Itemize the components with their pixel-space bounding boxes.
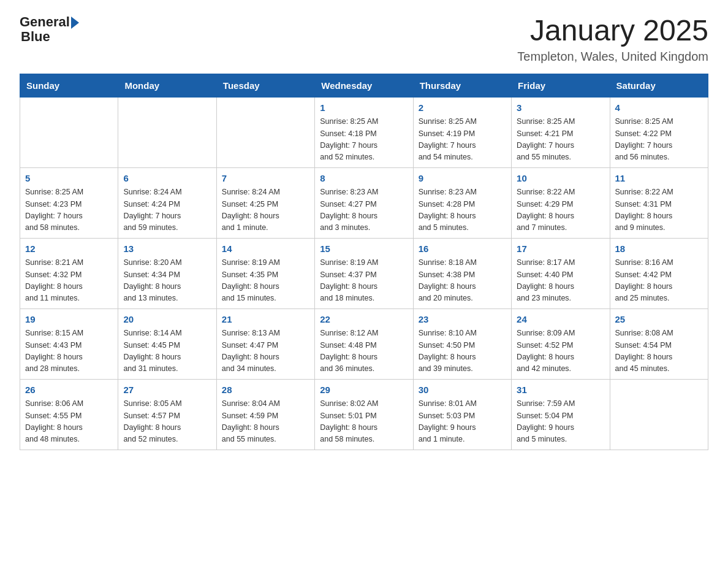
day-number: 19 (25, 313, 113, 327)
calendar-cell: 24Sunrise: 8:09 AMSunset: 4:52 PMDayligh… (512, 308, 610, 379)
day-info: Sunrise: 8:13 AMSunset: 4:47 PMDaylight:… (222, 327, 309, 375)
day-info: Sunrise: 8:25 AMSunset: 4:23 PMDaylight:… (25, 186, 113, 234)
day-info: Sunrise: 8:23 AMSunset: 4:28 PMDaylight:… (419, 186, 506, 234)
day-info: Sunrise: 8:24 AMSunset: 4:25 PMDaylight:… (222, 186, 309, 234)
day-info: Sunrise: 8:25 AMSunset: 4:22 PMDaylight:… (615, 116, 703, 164)
day-number: 22 (320, 313, 408, 327)
day-info: Sunrise: 8:24 AMSunset: 4:24 PMDaylight:… (123, 186, 211, 234)
day-info: Sunrise: 8:23 AMSunset: 4:27 PMDaylight:… (320, 186, 408, 234)
calendar-cell: 14Sunrise: 8:19 AMSunset: 4:35 PMDayligh… (216, 238, 314, 308)
month-title: January 2025 (517, 15, 708, 47)
calendar-cell: 4Sunrise: 8:25 AMSunset: 4:22 PMDaylight… (610, 97, 708, 167)
day-info: Sunrise: 8:01 AMSunset: 5:03 PMDaylight:… (419, 398, 506, 446)
calendar-cell: 17Sunrise: 8:17 AMSunset: 4:40 PMDayligh… (512, 238, 610, 308)
day-number: 5 (25, 172, 113, 186)
day-of-week-header: Wednesday (315, 74, 413, 97)
calendar-cell: 16Sunrise: 8:18 AMSunset: 4:38 PMDayligh… (413, 238, 511, 308)
day-number: 4 (615, 101, 703, 115)
day-number: 29 (320, 383, 408, 397)
day-info: Sunrise: 8:25 AMSunset: 4:19 PMDaylight:… (419, 116, 506, 164)
day-number: 31 (517, 383, 604, 397)
day-number: 27 (123, 383, 211, 397)
logo: General Blue (20, 15, 79, 44)
day-of-week-header: Tuesday (216, 74, 314, 97)
day-info: Sunrise: 8:16 AMSunset: 4:42 PMDaylight:… (615, 257, 703, 305)
calendar-cell: 10Sunrise: 8:22 AMSunset: 4:29 PMDayligh… (512, 167, 610, 238)
calendar-cell: 13Sunrise: 8:20 AMSunset: 4:34 PMDayligh… (118, 238, 216, 308)
calendar-cell: 22Sunrise: 8:12 AMSunset: 4:48 PMDayligh… (315, 308, 413, 379)
calendar-week-row: 26Sunrise: 8:06 AMSunset: 4:55 PMDayligh… (20, 379, 708, 450)
day-number: 15 (320, 242, 408, 256)
calendar-cell: 7Sunrise: 8:24 AMSunset: 4:25 PMDaylight… (216, 167, 314, 238)
day-info: Sunrise: 8:05 AMSunset: 4:57 PMDaylight:… (123, 398, 211, 446)
day-of-week-header: Saturday (610, 74, 708, 97)
calendar-cell: 25Sunrise: 8:08 AMSunset: 4:54 PMDayligh… (610, 308, 708, 379)
calendar-cell: 11Sunrise: 8:22 AMSunset: 4:31 PMDayligh… (610, 167, 708, 238)
location: Templeton, Wales, United Kingdom (517, 50, 708, 64)
calendar-header-row: SundayMondayTuesdayWednesdayThursdayFrid… (20, 74, 708, 97)
day-info: Sunrise: 7:59 AMSunset: 5:04 PMDaylight:… (517, 398, 604, 446)
day-number: 2 (419, 101, 506, 115)
calendar-cell: 20Sunrise: 8:14 AMSunset: 4:45 PMDayligh… (118, 308, 216, 379)
day-info: Sunrise: 8:21 AMSunset: 4:32 PMDaylight:… (25, 257, 113, 305)
day-number: 3 (517, 101, 604, 115)
day-info: Sunrise: 8:06 AMSunset: 4:55 PMDaylight:… (25, 398, 113, 446)
day-info: Sunrise: 8:04 AMSunset: 4:59 PMDaylight:… (222, 398, 309, 446)
calendar-cell: 5Sunrise: 8:25 AMSunset: 4:23 PMDaylight… (20, 167, 118, 238)
calendar-cell: 3Sunrise: 8:25 AMSunset: 4:21 PMDaylight… (512, 97, 610, 167)
day-info: Sunrise: 8:12 AMSunset: 4:48 PMDaylight:… (320, 327, 408, 375)
calendar-cell (118, 97, 216, 167)
day-number: 30 (419, 383, 506, 397)
calendar-week-row: 19Sunrise: 8:15 AMSunset: 4:43 PMDayligh… (20, 308, 708, 379)
title-block: January 2025 Templeton, Wales, United Ki… (517, 15, 708, 64)
day-of-week-header: Friday (512, 74, 610, 97)
calendar-cell: 26Sunrise: 8:06 AMSunset: 4:55 PMDayligh… (20, 379, 118, 450)
day-number: 13 (123, 242, 211, 256)
day-info: Sunrise: 8:19 AMSunset: 4:35 PMDaylight:… (222, 257, 309, 305)
day-number: 6 (123, 172, 211, 186)
day-info: Sunrise: 8:22 AMSunset: 4:31 PMDaylight:… (615, 186, 703, 234)
logo-general: General (20, 15, 70, 29)
day-of-week-header: Thursday (413, 74, 511, 97)
day-of-week-header: Monday (118, 74, 216, 97)
calendar-week-row: 1Sunrise: 8:25 AMSunset: 4:18 PMDaylight… (20, 97, 708, 167)
day-number: 11 (615, 172, 703, 186)
day-number: 9 (419, 172, 506, 186)
day-number: 12 (25, 242, 113, 256)
calendar-cell: 2Sunrise: 8:25 AMSunset: 4:19 PMDaylight… (413, 97, 511, 167)
day-number: 8 (320, 172, 408, 186)
day-number: 1 (320, 101, 408, 115)
day-number: 25 (615, 313, 703, 327)
day-info: Sunrise: 8:09 AMSunset: 4:52 PMDaylight:… (517, 327, 604, 375)
day-number: 24 (517, 313, 604, 327)
calendar-cell: 31Sunrise: 7:59 AMSunset: 5:04 PMDayligh… (512, 379, 610, 450)
day-info: Sunrise: 8:20 AMSunset: 4:34 PMDaylight:… (123, 257, 211, 305)
day-info: Sunrise: 8:14 AMSunset: 4:45 PMDaylight:… (123, 327, 211, 375)
day-number: 10 (517, 172, 604, 186)
page-header: General Blue January 2025 Templeton, Wal… (20, 15, 708, 64)
day-number: 21 (222, 313, 309, 327)
logo-arrow-icon (71, 17, 79, 29)
day-number: 28 (222, 383, 309, 397)
calendar-cell (216, 97, 314, 167)
day-number: 16 (419, 242, 506, 256)
calendar-cell: 15Sunrise: 8:19 AMSunset: 4:37 PMDayligh… (315, 238, 413, 308)
calendar-cell: 9Sunrise: 8:23 AMSunset: 4:28 PMDaylight… (413, 167, 511, 238)
calendar-cell: 19Sunrise: 8:15 AMSunset: 4:43 PMDayligh… (20, 308, 118, 379)
day-number: 7 (222, 172, 309, 186)
day-of-week-header: Sunday (20, 74, 118, 97)
calendar-cell: 28Sunrise: 8:04 AMSunset: 4:59 PMDayligh… (216, 379, 314, 450)
calendar-table: SundayMondayTuesdayWednesdayThursdayFrid… (20, 74, 708, 450)
calendar-cell: 29Sunrise: 8:02 AMSunset: 5:01 PMDayligh… (315, 379, 413, 450)
day-info: Sunrise: 8:08 AMSunset: 4:54 PMDaylight:… (615, 327, 703, 375)
calendar-cell: 6Sunrise: 8:24 AMSunset: 4:24 PMDaylight… (118, 167, 216, 238)
day-info: Sunrise: 8:02 AMSunset: 5:01 PMDaylight:… (320, 398, 408, 446)
day-number: 20 (123, 313, 211, 327)
day-info: Sunrise: 8:10 AMSunset: 4:50 PMDaylight:… (419, 327, 506, 375)
calendar-cell: 30Sunrise: 8:01 AMSunset: 5:03 PMDayligh… (413, 379, 511, 450)
calendar-cell: 23Sunrise: 8:10 AMSunset: 4:50 PMDayligh… (413, 308, 511, 379)
day-number: 23 (419, 313, 506, 327)
day-info: Sunrise: 8:17 AMSunset: 4:40 PMDaylight:… (517, 257, 604, 305)
day-info: Sunrise: 8:18 AMSunset: 4:38 PMDaylight:… (419, 257, 506, 305)
day-info: Sunrise: 8:19 AMSunset: 4:37 PMDaylight:… (320, 257, 408, 305)
